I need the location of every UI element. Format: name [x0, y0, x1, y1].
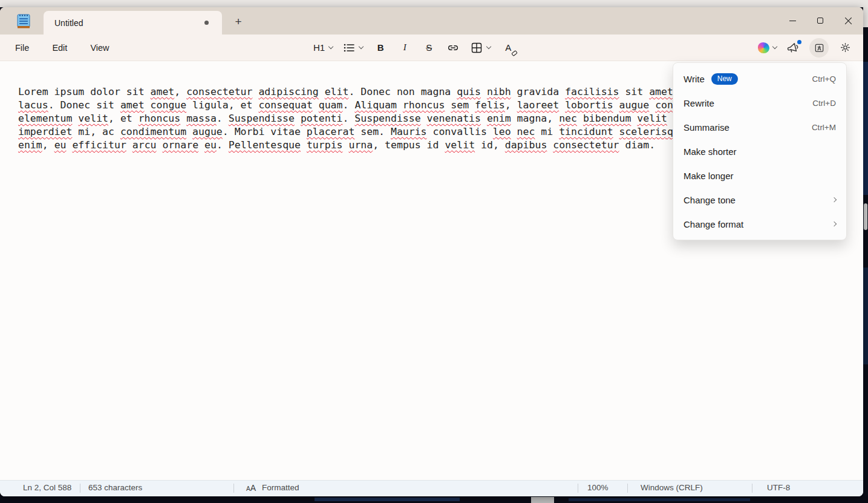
- text-segment: diam.: [619, 139, 656, 151]
- misspelled-word: velit: [78, 113, 108, 124]
- badge-a-icon: [814, 42, 825, 53]
- misspelled-word: quam: [319, 99, 343, 111]
- text-segment: [577, 113, 583, 124]
- misspelled-word: velit: [637, 113, 667, 124]
- misspelled-word: condimentum: [120, 126, 186, 137]
- copilot-menu-item-rewrite[interactable]: RewriteCtrl+D: [673, 91, 846, 115]
- misspelled-word: adipiscing: [258, 86, 318, 97]
- text-segment: [295, 113, 301, 124]
- text-segment: [631, 113, 637, 124]
- ai-rewrite-button[interactable]: [809, 38, 829, 58]
- misspelled-word: potenti: [301, 113, 343, 124]
- minimize-button[interactable]: [778, 7, 806, 34]
- copilot-menu-item-summarise[interactable]: SummariseCtrl+M: [673, 115, 846, 139]
- maximize-button[interactable]: [806, 7, 834, 34]
- misspelled-word: facilisis: [565, 86, 619, 97]
- misspelled-word: amet: [649, 86, 673, 97]
- formatting-toolbar: H1 B I S: [310, 35, 518, 61]
- text-segment: .: [342, 113, 354, 124]
- misspelled-word: venenatis: [427, 113, 481, 124]
- list-dropdown[interactable]: [340, 38, 367, 58]
- copilot-icon: [758, 42, 769, 53]
- text-segment: , et: [108, 113, 139, 124]
- text-segment: sem.: [354, 126, 391, 137]
- menu-file[interactable]: File: [7, 38, 37, 58]
- misspelled-word: lacus: [18, 99, 48, 111]
- close-button[interactable]: [834, 7, 862, 34]
- encoding: UTF-8: [767, 483, 790, 492]
- new-tab-button[interactable]: +: [230, 15, 246, 29]
- misspelled-word: bibendum: [583, 113, 631, 124]
- copilot-menu-item-make-shorter[interactable]: Make shorter: [673, 139, 846, 163]
- text-segment: [313, 99, 319, 111]
- italic-button[interactable]: I: [394, 38, 415, 58]
- desktop-background-right: [863, 7, 868, 503]
- table-dropdown[interactable]: [467, 38, 494, 58]
- text-segment: .: [217, 139, 229, 151]
- text-segment: [421, 113, 427, 124]
- active-button-highlight: [809, 38, 829, 58]
- chevron-down-icon: [772, 44, 777, 49]
- text-size-icon: AA: [246, 483, 256, 493]
- italic-icon: I: [403, 42, 406, 53]
- text-segment: [445, 99, 451, 111]
- tab-untitled[interactable]: Untitled: [44, 11, 222, 35]
- window-controls: [778, 7, 862, 34]
- clear-formatting-icon: A: [505, 42, 511, 53]
- menu-item-label: Rewrite: [684, 98, 714, 108]
- text-segment: [301, 139, 307, 151]
- close-icon: [844, 17, 852, 25]
- chevron-down-icon: [359, 44, 364, 49]
- text-segment: ,: [505, 99, 517, 111]
- bullet-list-icon: [344, 43, 355, 53]
- misspelled-word: elit: [325, 86, 349, 97]
- title-bar: Untitled +: [0, 7, 863, 35]
- settings-button[interactable]: [835, 38, 855, 58]
- heading-dropdown[interactable]: H1: [310, 38, 336, 58]
- text-segment: .: [217, 113, 229, 124]
- menu-edit[interactable]: Edit: [44, 38, 75, 58]
- copilot-menu-item-change-format[interactable]: Change format: [673, 212, 846, 236]
- text-segment: . Donec non magna: [348, 86, 457, 97]
- text-segment: mi: [535, 126, 559, 137]
- copilot-button[interactable]: [757, 38, 777, 58]
- text-segment: [186, 126, 192, 137]
- status-bar: Ln 2, Col 588 653 characters AA Formatte…: [0, 480, 863, 496]
- desktop-artifact: [863, 7, 868, 27]
- text-segment: [157, 139, 163, 151]
- divider: [80, 484, 80, 493]
- new-badge: New: [711, 73, 738, 85]
- misspelled-word: leo: [493, 126, 511, 137]
- menu-item-label: Write: [684, 74, 705, 84]
- text-segment: convallis: [427, 126, 493, 137]
- character-count: 653 characters: [88, 483, 142, 492]
- text-segment: , tempus id: [373, 139, 445, 151]
- text-segment: ,: [174, 86, 186, 97]
- link-icon: [446, 41, 460, 54]
- text-segment: [252, 86, 258, 97]
- text-segment: [72, 113, 78, 124]
- misspelled-word: Aliquam: [354, 99, 397, 111]
- misspelled-word: eu: [204, 139, 217, 151]
- text-segment: [613, 99, 619, 111]
- format-mode: Formatted: [262, 483, 299, 492]
- copilot-menu-item-change-tone[interactable]: Change tone: [673, 188, 846, 212]
- menu-view[interactable]: View: [82, 38, 117, 58]
- misspelled-word: ornare: [162, 139, 198, 151]
- link-button[interactable]: [443, 38, 463, 58]
- desktop-artifact: [569, 498, 750, 501]
- misspelled-word: elementum: [18, 113, 72, 124]
- text-segment: magna,: [511, 113, 559, 124]
- cursor-position: Ln 2, Col 588: [23, 483, 71, 492]
- announcements-button[interactable]: [783, 38, 803, 58]
- copilot-menu-item-make-longer[interactable]: Make longer: [673, 163, 846, 188]
- maximize-icon: [817, 18, 823, 24]
- menu-item-label: Make longer: [684, 171, 734, 181]
- misspelled-word: amet: [151, 86, 175, 97]
- notification-dot: [797, 40, 801, 44]
- bold-button[interactable]: B: [370, 38, 391, 58]
- clear-formatting-button[interactable]: A: [498, 38, 518, 58]
- divider: [578, 484, 578, 493]
- copilot-menu-item-write[interactable]: WriteNewCtrl+Q: [673, 67, 846, 91]
- strikethrough-button[interactable]: S: [419, 38, 439, 58]
